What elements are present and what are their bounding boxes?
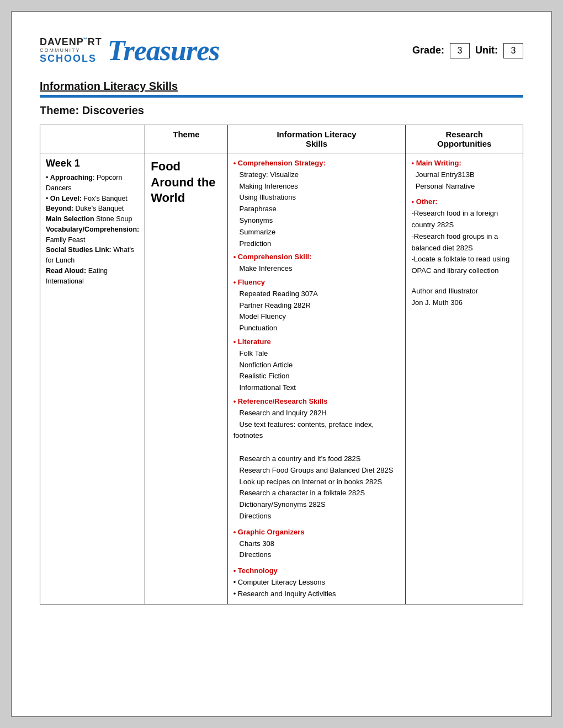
ils-comp-skill-label: • Comprehension Skill: [233, 253, 312, 261]
ils-ref-character: Research a character in a folktale 282S [233, 489, 365, 497]
ils-realistic: Realistic Fiction [233, 372, 290, 380]
theme-cell: Food Around the World [145, 153, 227, 604]
ils-paraphrase: Paraphrase [233, 205, 277, 213]
logo-schools: SCHOOLS [40, 53, 97, 65]
col-header-ils: Information LiteracySkills [227, 125, 406, 153]
ils-nonfiction: Nonfiction Article [233, 361, 293, 369]
ils-make-inferences: Make Inferences [233, 264, 293, 272]
col-header-research: ResearchOpportunities [406, 125, 523, 153]
week-social: Social Studies Link: What's for Lunch [46, 246, 134, 264]
ils-reference: • Reference/Research Skills Research and… [233, 396, 400, 522]
ils-strategy-visualize: Strategy: Visualize [233, 170, 299, 179]
theme-line: Theme: Discoveries [40, 104, 523, 117]
ils-ref-directions: Directions [233, 512, 272, 520]
week-content: • Approaching: Popcorn Dancers • On Leve… [46, 173, 139, 286]
ils-ref-recipes: Look up recipes on Internet or in books … [233, 478, 383, 486]
ils-folk-tale: Folk Tale [233, 349, 268, 357]
ils-summarize: Summarize [233, 228, 276, 236]
research-other-label: • Other: [411, 197, 437, 206]
ils-comp-skill: • Comprehension Skill: Make Inferences [233, 251, 400, 275]
ils-literature: • Literature Folk Tale Nonfiction Articl… [233, 336, 400, 394]
research-cell: • Main Writing: Journal Entry313B Person… [406, 153, 523, 604]
ils-ref-country: Research a country and it's food 282S [233, 454, 361, 463]
treasures-title: Treasures [108, 34, 220, 67]
ils-fluency: • Fluency Repeated Reading 307A Partner … [233, 277, 400, 334]
section-title: Information Literacy Skills [40, 80, 523, 93]
unit-value: 3 [503, 43, 523, 58]
ils-graphic-label: • Graphic Organizers [233, 528, 305, 536]
ils-technology: • Technology • Computer Literacy Lessons… [233, 565, 400, 599]
page: DAVENP˘RT COMMUNITY SCHOOLS Treasures Gr… [11, 11, 552, 717]
ils-charts: Charts 308 [233, 539, 274, 548]
week-cell: Week 1 • Approaching: Popcorn Dancers • … [40, 153, 145, 604]
ils-literature-label: • Literature [233, 338, 271, 346]
week-read-aloud: Read Aloud: Eating International [46, 267, 108, 285]
ils-ref-dictionary: Dictionary/Synonyms 282S [233, 500, 326, 508]
ils-punctuation: Punctuation [233, 324, 278, 332]
ils-research-inquiry: • Research and Inquiry Activities [233, 590, 336, 598]
col-header-theme: Theme [145, 125, 227, 153]
ils-making-inferences: Making Inferences [233, 182, 298, 190]
research-other: • Other: -Research food in a foreign cou… [411, 196, 517, 277]
research-author-line1: Author and Illustrator [411, 287, 478, 295]
week-vocab: Vocabulary/Comprehension: Family Feast [46, 226, 139, 244]
ils-reference-label: • Reference/Research Skills [233, 397, 328, 405]
research-main-writing-label: • Main Writing: [411, 159, 461, 167]
header: DAVENP˘RT COMMUNITY SCHOOLS Treasures Gr… [40, 34, 523, 67]
ils-computer-literacy: • Computer Literacy Lessons [233, 578, 325, 586]
research-author: Author and Illustrator Jon J. Muth 306 [411, 286, 517, 309]
logo-accent: ˘ [84, 36, 88, 47]
col-header-week [40, 125, 145, 153]
ils-partner: Partner Reading 282R [233, 301, 311, 309]
week-on-level: • On Level: Fox's Banquet [46, 195, 128, 202]
week-approaching: • Approaching: Popcorn Dancers [46, 174, 122, 192]
ils-cell: • Comprehension Strategy: Strategy: Visu… [227, 153, 406, 604]
ils-ref-inquiry: Research and Inquiry 282H [233, 409, 327, 417]
ils-comp-strategy: • Comprehension Strategy: Strategy: Visu… [233, 158, 400, 249]
grade-label: Grade: [412, 45, 444, 56]
ils-ref-food-groups: Research Food Groups and Balanced Diet 2… [233, 466, 394, 474]
ils-using-illustrations: Using Illustrations [233, 193, 296, 201]
research-personal-narrative: Personal Narrative [411, 182, 475, 190]
blue-bar [40, 95, 523, 98]
research-folktale: -Locate a folktale to read using OPAC an… [411, 255, 509, 275]
logo-davenport: DAVENP˘RT [40, 37, 102, 47]
logo-community: COMMUNITY [40, 47, 81, 53]
research-food-groups: -Research food groups in a balanced diet… [411, 232, 498, 252]
research-main-writing: • Main Writing: Journal Entry313B Person… [411, 158, 517, 192]
ils-prediction: Prediction [233, 239, 272, 248]
ils-graphic: • Graphic Organizers Charts 308 Directio… [233, 527, 400, 561]
ils-graphic-directions: Directions [233, 550, 272, 559]
ils-synonyms: Synonyms [233, 216, 273, 224]
ils-ref-text-features: Use text features: contents, preface ind… [233, 420, 374, 440]
week-beyond: Beyond: Duke's Banquet [46, 205, 124, 212]
ils-model: Model Fluency [233, 312, 286, 320]
week-main-selection: Main Selection Stone Soup [46, 215, 132, 223]
research-journal: Journal Entry313B [411, 170, 474, 179]
research-foreign-food: -Research food in a foreign country 282S [411, 209, 498, 229]
grade-value: 3 [450, 43, 470, 58]
ils-technology-label: • Technology [233, 566, 278, 575]
logo-block: DAVENP˘RT COMMUNITY SCHOOLS [40, 37, 102, 65]
grade-unit: Grade: 3 Unit: 3 [412, 43, 523, 58]
ils-comp-strategy-label: • Comprehension Strategy: [233, 159, 326, 167]
research-author-line2: Jon J. Muth 306 [411, 298, 463, 307]
ils-fluency-label: • Fluency [233, 278, 265, 286]
unit-label: Unit: [475, 45, 498, 56]
ils-informational: Informational Text [233, 383, 296, 392]
ils-repeated: Repeated Reading 307A [233, 290, 318, 298]
main-table: Theme Information LiteracySkills Researc… [40, 125, 523, 604]
week-label: Week 1 [46, 158, 139, 169]
